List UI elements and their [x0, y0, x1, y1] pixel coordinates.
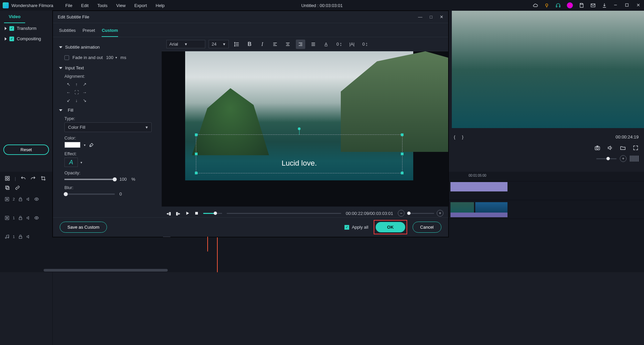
menu-edit[interactable]: Edit — [78, 2, 91, 9]
menu-help[interactable]: Help — [153, 2, 167, 9]
titlebar-right — [533, 2, 641, 8]
app-logo-icon — [3, 2, 9, 8]
mail-icon[interactable] — [590, 3, 596, 8]
svg-rect-4 — [626, 4, 628, 6]
menu-view[interactable]: View — [113, 2, 128, 9]
titlebar: Wondershare Filmora File Edit Tools View… — [0, 0, 644, 11]
document-title: Untitled : 00:03:03:01 — [301, 3, 343, 8]
menu-file[interactable]: File — [63, 2, 75, 9]
window-close-icon[interactable] — [636, 3, 641, 8]
svg-point-0 — [546, 4, 548, 6]
download-icon[interactable] — [602, 3, 607, 8]
menu-tools[interactable]: Tools — [95, 2, 110, 9]
headset-icon[interactable] — [555, 3, 561, 8]
window-minimize-icon[interactable] — [613, 3, 619, 8]
svg-rect-1 — [556, 6, 557, 7]
save-icon[interactable] — [579, 3, 584, 8]
app-name: Wondershare Filmora — [11, 3, 53, 8]
cloud-icon[interactable] — [533, 3, 538, 8]
main-menu: File Edit Tools View Export Help — [63, 2, 167, 9]
avatar-icon[interactable] — [567, 2, 573, 8]
menu-export[interactable]: Export — [131, 2, 150, 9]
lightbulb-icon[interactable] — [544, 3, 549, 8]
window-maximize-icon[interactable] — [625, 3, 630, 8]
svg-rect-2 — [559, 6, 560, 7]
